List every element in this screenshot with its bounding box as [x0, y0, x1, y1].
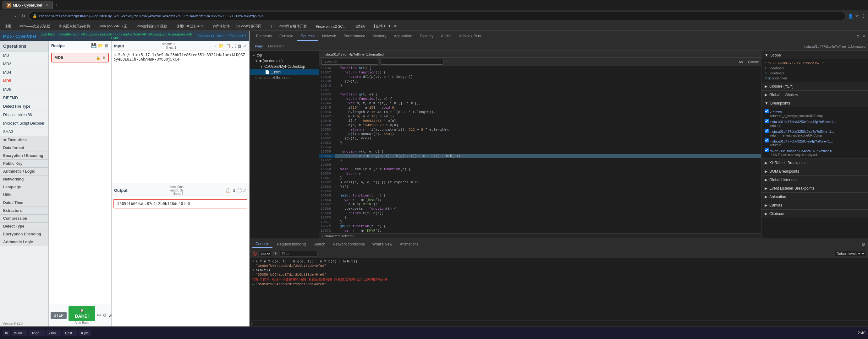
bookmark-6[interactable]: js库转软件 — [212, 23, 231, 29]
back-button[interactable]: ← — [2, 13, 9, 19]
profile-icon[interactable]: 👤 — [848, 13, 853, 19]
bp-2-checkbox[interactable] — [765, 119, 769, 123]
bp-1[interactable]: 2.html:0 return n._e_encrypt(encodeURICo… — [765, 109, 865, 118]
bookmark-3[interactable]: java.php.jcAES 互... — [98, 23, 132, 29]
code-line-19556[interactable]: 19556 return e ? n ? g(e, t) : h(g(e, t)… — [319, 154, 761, 158]
clipboard-header[interactable]: ▶ Clipboard — [762, 210, 868, 218]
section-extractors[interactable]: Extractors — [0, 207, 49, 215]
console-level-select[interactable]: Default levels ▾ — [835, 251, 866, 256]
tab-adblock[interactable]: Adblock Plus — [455, 32, 485, 41]
devtools-settings-icon[interactable]: ⚙ — [856, 34, 860, 39]
tree-top[interactable]: ▼ top — [250, 53, 319, 58]
input-copy-icon[interactable]: 📋 — [225, 43, 230, 48]
console-input[interactable] — [254, 322, 867, 326]
bookmark-4[interactable]: java控制台打印函数... — [134, 23, 172, 29]
input-add-icon[interactable]: + — [215, 43, 217, 48]
scope-header[interactable]: ▼ Scope — [762, 51, 868, 59]
section-date-time[interactable]: Date / Time — [0, 199, 49, 207]
output-expand-icon[interactable]: ⤢ — [243, 188, 247, 193]
bookmark-2[interactable]: 中央国家机关共有协... — [57, 23, 95, 29]
taskbar-post[interactable]: Post... — [63, 330, 77, 336]
event-listeners-header[interactable]: ▶ Event Listener Breakpoints — [762, 184, 868, 193]
console-top-select[interactable]: top — [259, 251, 271, 256]
taskbar-wind[interactable]: Wind... — [12, 330, 27, 336]
output-download-icon[interactable]: ⬇ — [232, 188, 236, 193]
tab-memory[interactable]: Memory — [369, 32, 390, 41]
console-eye-icon[interactable]: 👁 — [273, 251, 277, 256]
section-encryption-encoding2[interactable]: Encryption Encoding — [0, 230, 49, 238]
aa-button[interactable]: Aa — [739, 60, 743, 64]
options-link[interactable]: Options ⚙ — [197, 34, 214, 38]
bp-3-checkbox[interactable] — [765, 129, 769, 133]
recipe-clear-icon[interactable]: 🗑 — [104, 43, 109, 48]
console-tab-console[interactable]: Console — [252, 240, 273, 248]
cancel-button[interactable]: Cancel — [748, 60, 758, 64]
chinese-icon[interactable]: 中 — [97, 313, 101, 318]
bp-4[interactable]: insta.a01d477df:d3250clea4p?offline=1...… — [765, 138, 865, 147]
op-md5[interactable]: MD5 — [0, 77, 49, 86]
op-sha3[interactable]: SHA3 — [0, 128, 49, 136]
taskbar-start[interactable]: ⊞ — [2, 330, 10, 336]
step-button[interactable]: STEP — [51, 312, 67, 319]
bp-1-checkbox[interactable] — [765, 109, 769, 113]
section-public-key[interactable]: Public Key — [0, 160, 49, 168]
op-md2[interactable]: MD2 — [0, 60, 49, 68]
star-icon[interactable]: ☆ — [855, 13, 859, 19]
tab-audits[interactable]: Audits — [437, 32, 455, 41]
breakpoints-header[interactable]: ▼ Breakpoints — [762, 99, 868, 107]
tab-console[interactable]: Console — [276, 32, 297, 41]
input-clear-icon[interactable]: 🗑 — [237, 43, 242, 48]
about-link[interactable]: About / Support ? — [217, 34, 246, 38]
bp-4-checkbox[interactable] — [765, 138, 769, 142]
sources-tab-filesystem[interactable]: Filesystem — [266, 44, 287, 49]
menu-icon[interactable]: ⋮ — [861, 13, 866, 19]
recipe-save-icon[interactable]: 💾 — [91, 43, 96, 48]
console-tab-request-blocking[interactable]: Request blocking — [274, 241, 309, 248]
output-copy-icon[interactable]: 📋 — [226, 188, 231, 193]
tree-nodomain[interactable]: ▼ ■ (no domain) — [250, 58, 319, 64]
section-networking[interactable]: Networking — [0, 175, 49, 183]
input-expand-icon[interactable]: ⤢ — [243, 43, 247, 48]
section-utils[interactable]: Utils — [0, 191, 49, 199]
recipe-item-disable-icon[interactable]: ⏸ — [102, 56, 105, 60]
output-fullscreen-icon[interactable]: ⛶ — [237, 188, 242, 193]
console-tab-animations[interactable]: Animations — [397, 241, 422, 248]
op-md4[interactable]: MD4 — [0, 68, 49, 77]
bookmark-0[interactable]: 使用 — [2, 23, 13, 29]
tab-security[interactable]: Security — [416, 32, 437, 41]
bp-3[interactable]: insta.a01d477df:d3250c0ea4p?offline=1...… — [765, 128, 865, 138]
sources-tab-page[interactable]: Page — [252, 44, 266, 49]
bookmark-5[interactable]: 使用PHP进行APK... — [175, 23, 209, 29]
bookmark-9[interactable]: layer弹窗组件开发... — [277, 23, 312, 29]
new-tab-button[interactable]: + — [54, 2, 59, 8]
section-data-format[interactable]: Data format — [0, 144, 49, 152]
search-input[interactable] — [321, 59, 378, 65]
tab-sources[interactable]: Sources — [297, 32, 318, 41]
op-md6[interactable]: MD6 — [0, 86, 49, 94]
forward-button[interactable]: → — [11, 13, 18, 19]
bookmark-10[interactable]: Fingerprintjs2 SC... — [314, 24, 348, 29]
refresh-button[interactable]: ↻ — [20, 13, 26, 19]
taskbar-pic[interactable]: ■ pic — [79, 330, 91, 336]
recipe-load-icon[interactable]: 📁 — [98, 43, 103, 48]
search-replace-input[interactable] — [380, 59, 443, 65]
section-arithmetic-logic[interactable]: Arithmetic / Logic — [0, 168, 49, 175]
dom-header[interactable]: ▶ DOM Breakpoints — [762, 167, 868, 175]
console-clear-icon[interactable]: 🚫 — [252, 251, 257, 256]
tree-zhihu[interactable]: ▷ ▷ static.zhihu.com — [250, 75, 319, 81]
canvas-header[interactable]: ▶ Canvas — [762, 201, 868, 209]
section-arithmetic-logic2[interactable]: Arithmetic Logic — [0, 238, 49, 246]
xhr-header[interactable]: ▶ XHR/fetch Breakpoints — [762, 159, 868, 167]
taskbar-ksho[interactable]: ksho... — [46, 330, 61, 336]
bookmark-11[interactable]: 一键转好 — [350, 23, 368, 29]
op-disassemble-x86[interactable]: Disassemble x86 — [0, 111, 49, 119]
bookmark-12[interactable]: 【全球HTTP · IP· — [370, 23, 400, 29]
settings-icon[interactable]: ⚙ — [103, 313, 107, 318]
taskbar-jingd[interactable]: Jingd... — [29, 330, 44, 336]
bp-2[interactable]: insta.a01d477df:d3250c0ea43p?offline=1..… — [765, 118, 865, 128]
section-detect-type[interactable]: Detect Type — [0, 223, 49, 230]
section-compression[interactable]: Compression — [0, 215, 49, 223]
tab-network[interactable]: Network — [318, 32, 340, 41]
bp-5[interactable]: raven.38e1bbabef56a4c2f797.p?offline=...… — [765, 147, 865, 157]
console-tab-network-conditions[interactable]: Network conditions — [330, 241, 368, 248]
